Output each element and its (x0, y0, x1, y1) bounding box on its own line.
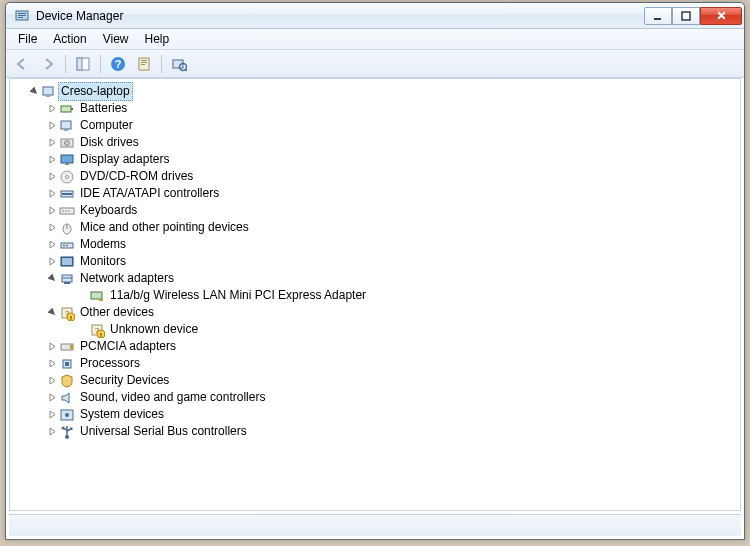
tree-item[interactable]: Display adapters (10, 151, 740, 168)
tree-item[interactable]: System devices (10, 406, 740, 423)
tree-item-label: 11a/b/g Wireless LAN Mini PCI Express Ad… (109, 287, 367, 304)
tree-item-label: IDE ATA/ATAPI controllers (79, 185, 220, 202)
scan-hardware-button[interactable] (167, 53, 191, 75)
tree-item[interactable]: Computer (10, 117, 740, 134)
tree-item-label: PCMCIA adapters (79, 338, 177, 355)
tree-item-label: Modems (79, 236, 127, 253)
minimize-button[interactable] (644, 7, 672, 25)
tree-item[interactable]: Network adapters (10, 270, 740, 287)
tree-item-label: Universal Serial Bus controllers (79, 423, 248, 440)
disk-icon (59, 135, 75, 151)
tree-item[interactable]: Sound, video and game controllers (10, 389, 740, 406)
expander-icon[interactable] (46, 188, 58, 200)
svg-rect-11 (141, 60, 147, 61)
show-hide-console-button[interactable] (71, 53, 95, 75)
help-button[interactable]: ? (106, 53, 130, 75)
svg-rect-22 (64, 129, 68, 131)
expander-icon[interactable] (46, 307, 58, 319)
svg-rect-43 (64, 282, 70, 284)
arrow-left-icon (14, 56, 30, 72)
tree-item[interactable]: Modems (10, 236, 740, 253)
expander-icon[interactable] (46, 426, 58, 438)
expander-icon[interactable] (46, 341, 58, 353)
cpu-icon (59, 356, 75, 372)
tree-root-label: Creso-laptop (58, 82, 133, 101)
tree-root[interactable]: Creso-laptop (10, 83, 740, 100)
expander-icon[interactable] (46, 154, 58, 166)
svg-rect-34 (68, 210, 70, 212)
properties-icon (136, 56, 152, 72)
svg-rect-25 (61, 155, 73, 163)
pcmcia-icon (59, 339, 75, 355)
tree-item[interactable]: Disk drives (10, 134, 740, 151)
expander-icon[interactable] (46, 256, 58, 268)
titlebar[interactable]: Device Manager (6, 3, 744, 29)
toolbar-separator (65, 55, 66, 73)
svg-rect-18 (46, 95, 50, 97)
expander-icon[interactable] (46, 137, 58, 149)
svg-text:!: ! (70, 314, 72, 320)
tree-child-item[interactable]: 11a/b/g Wireless LAN Mini PCI Express Ad… (10, 287, 740, 304)
svg-rect-58 (65, 362, 69, 366)
expander-icon[interactable] (46, 205, 58, 217)
expander-icon[interactable] (46, 120, 58, 132)
toolbar: ? (6, 50, 744, 78)
expander-icon[interactable] (46, 375, 58, 387)
tree-item[interactable]: ?!Other devices (10, 304, 740, 321)
expander-icon[interactable] (46, 358, 58, 370)
svg-rect-3 (18, 17, 23, 18)
tree-item[interactable]: Mice and other pointing devices (10, 219, 740, 236)
svg-rect-4 (654, 18, 661, 20)
menu-view[interactable]: View (95, 30, 137, 48)
tree-item[interactable]: Processors (10, 355, 740, 372)
back-button[interactable] (10, 53, 34, 75)
svg-text:?: ? (115, 58, 122, 70)
other-icon: ?! (59, 305, 75, 321)
tree-item[interactable]: Universal Serial Bus controllers (10, 423, 740, 440)
expander-icon[interactable] (46, 392, 58, 404)
maximize-button[interactable] (672, 7, 700, 25)
svg-point-60 (65, 413, 69, 417)
nic-icon (89, 288, 105, 304)
svg-rect-41 (62, 258, 72, 265)
expander-icon[interactable] (46, 103, 58, 115)
properties-button[interactable] (132, 53, 156, 75)
tree-item-label: DVD/CD-ROM drives (79, 168, 194, 185)
tree-item[interactable]: Keyboards (10, 202, 740, 219)
svg-rect-1 (18, 13, 26, 14)
monitor-icon (59, 254, 75, 270)
svg-rect-56 (70, 345, 73, 349)
forward-button[interactable] (36, 53, 60, 75)
svg-rect-2 (18, 15, 26, 16)
svg-rect-12 (141, 62, 147, 63)
menu-file[interactable]: File (10, 30, 45, 48)
tree-item[interactable]: IDE ATA/ATAPI controllers (10, 185, 740, 202)
toolbar-separator (161, 55, 162, 73)
close-button[interactable] (700, 7, 742, 25)
menu-action[interactable]: Action (45, 30, 94, 48)
tree-item[interactable]: Monitors (10, 253, 740, 270)
menubar: File Action View Help (6, 29, 744, 50)
expander-icon[interactable] (46, 273, 58, 285)
security-icon (59, 373, 75, 389)
expander-icon[interactable] (46, 171, 58, 183)
expander-icon[interactable] (46, 239, 58, 251)
expander-icon[interactable] (28, 86, 40, 98)
svg-rect-20 (71, 108, 73, 110)
svg-rect-66 (70, 427, 73, 430)
tree-item[interactable]: Batteries (10, 100, 740, 117)
menu-help[interactable]: Help (137, 30, 178, 48)
svg-rect-5 (682, 12, 690, 20)
tree-item[interactable]: PCMCIA adapters (10, 338, 740, 355)
tree-item[interactable]: DVD/CD-ROM drives (10, 168, 740, 185)
svg-point-65 (62, 426, 65, 429)
device-tree: Creso-laptopBatteriesComputerDisk drives… (10, 83, 740, 440)
scan-icon (171, 56, 187, 72)
expander-icon[interactable] (46, 222, 58, 234)
svg-rect-13 (141, 64, 145, 65)
tree-pane[interactable]: Creso-laptopBatteriesComputerDisk drives… (9, 78, 741, 511)
svg-rect-21 (61, 121, 71, 129)
tree-child-item[interactable]: ?!Unknown device (10, 321, 740, 338)
tree-item[interactable]: Security Devices (10, 372, 740, 389)
expander-icon[interactable] (46, 409, 58, 421)
